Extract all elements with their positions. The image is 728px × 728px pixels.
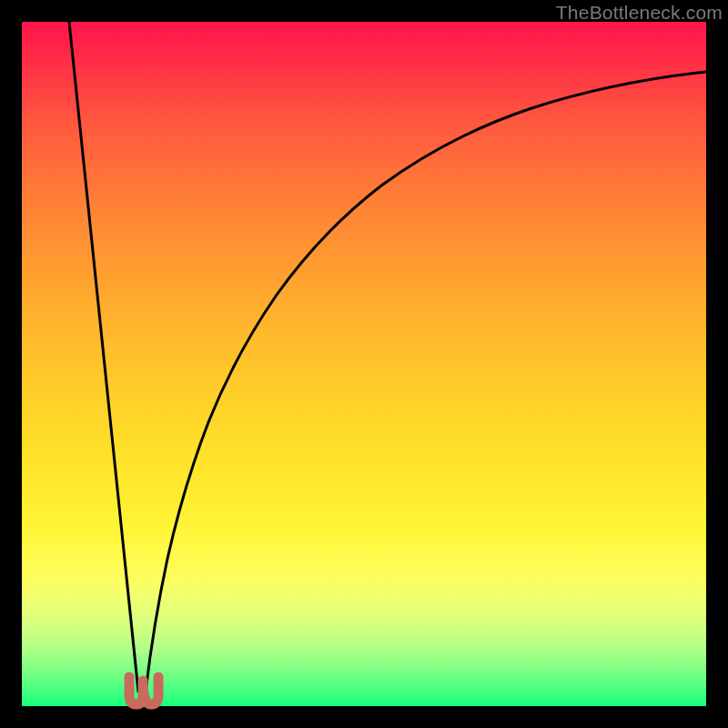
curve-right-branch bbox=[146, 72, 706, 692]
curve-left-branch bbox=[69, 22, 138, 692]
chart-curves-layer bbox=[22, 22, 706, 706]
dip-marker bbox=[129, 677, 158, 704]
attribution-watermark: TheBottleneck.com bbox=[556, 2, 723, 24]
